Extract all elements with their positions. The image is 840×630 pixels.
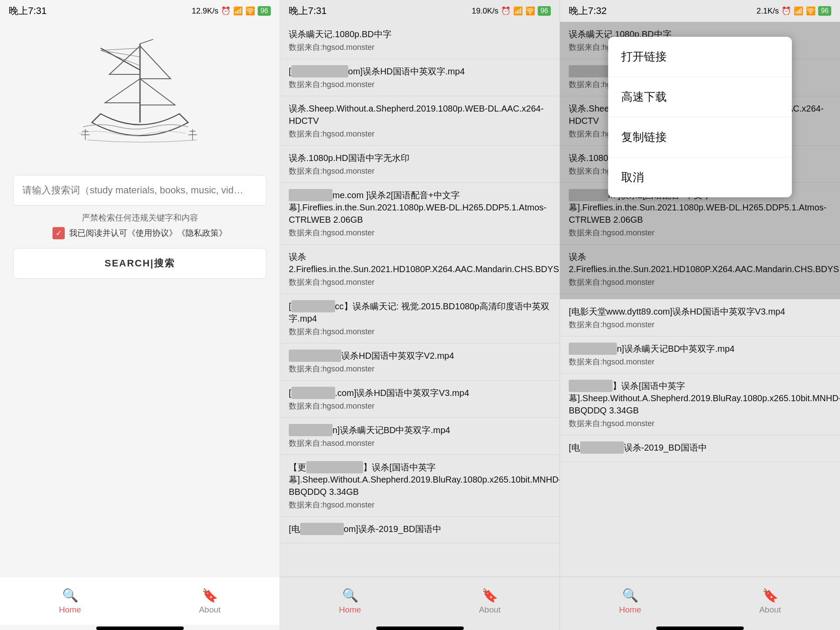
about-label-r: About	[479, 605, 501, 615]
result-source-9: 数据来自:hasod.monster	[289, 438, 551, 448]
result-item-5[interactable]: 误杀2.Fireflies.in.the.Sun.2021.HD1080P.X2…	[280, 245, 560, 294]
context-results-list: 误杀瞒天记.1080p.BD中字 数据来自:hgsod.monster .com…	[560, 22, 840, 299]
home-main: 严禁检索任何违规关键字和内容 ✓ 我已阅读并认可《使用协议》《隐私政策》 SEA…	[0, 22, 280, 577]
result-item-4[interactable]: me.com ]误杀2[国语配音+中文字幕].Fireflies.in.the.…	[280, 183, 560, 245]
search-box[interactable]	[13, 175, 266, 206]
result-source-8: 数据来自:hgsod.monster	[289, 401, 551, 411]
ship-svg	[74, 35, 206, 158]
result-item-3[interactable]: 误杀.1080p.HD国语中字无水印 数据来自:hgsod.monster	[280, 146, 560, 183]
context-panel: 晚上7:32 2.1K/s ⏰ 📶 🛜 96 误杀瞒天记.1080p.BD中字 …	[560, 0, 840, 630]
nav-about-home[interactable]: 🔖 About	[199, 588, 221, 615]
result-source-1: 数据来自:hgsod.monster	[289, 79, 551, 90]
result-title-10: 【更 】误杀[国语中英字幕].Sheep.Without.A.Shepherd.…	[289, 461, 551, 498]
result-item-1[interactable]: [ om]误杀HD国语中英双字.mp4 数据来自:hgsod.monster	[280, 59, 560, 96]
more-result-3[interactable]: [电 误杀-2019_BD国语中	[560, 435, 840, 462]
result-title-11: [电 om]误杀-2019_BD国语中	[289, 523, 551, 535]
time-context: 晚上7:32	[569, 4, 607, 18]
result-source-6: 数据来自:hgsod.monster	[289, 326, 551, 337]
more-title-1: n]误杀瞒天记BD中英双字.mp4	[569, 343, 831, 355]
bottom-nav-results: 🔍 Home 🔖 About	[280, 577, 560, 625]
context-open-link[interactable]: 打开链接	[608, 37, 792, 77]
more-title-0: [电影天堂www.dytt89.com]误杀HD国语中英双字V3.mp4	[569, 305, 831, 318]
result-item-7[interactable]: 误杀HD国语中英双字V2.mp4 数据来自:hgsod.monster	[280, 343, 560, 381]
results-list: 误杀瞒天记.1080p.BD中字 数据来自:hgsod.monster [ om…	[280, 22, 560, 577]
status-bar-home: 晚上7:31 12.9K/s ⏰ 📶 🛜 96	[0, 0, 280, 22]
result-source-7: 数据来自:hgsod.monster	[289, 364, 551, 374]
result-title-0: 误杀瞒天记.1080p.BD中字	[289, 28, 551, 40]
home-indicator-1	[96, 626, 184, 630]
battery-home: 96	[258, 6, 271, 16]
svg-marker-2	[109, 46, 140, 74]
result-item-0[interactable]: 误杀瞒天记.1080p.BD中字 数据来自:hgsod.monster	[280, 22, 560, 59]
more-source-1: 数据来自:hgsod.monster	[569, 357, 831, 367]
result-title-1: [ om]误杀HD国语中英双字.mp4	[289, 65, 551, 77]
result-item-11[interactable]: [电 om]误杀-2019_BD国语中	[280, 517, 560, 543]
battery-results: 96	[538, 6, 551, 16]
nav-about-results[interactable]: 🔖 About	[479, 588, 501, 615]
result-title-9: n]误杀瞒天记BD中英双字.mp4	[289, 424, 551, 436]
nav-about-context[interactable]: 🔖 About	[759, 588, 781, 615]
svg-marker-3	[140, 79, 175, 105]
result-title-6: [ cc】误杀瞒天记: 视觉.2015.BD1080p高清印度语中英双字.mp4	[289, 300, 551, 325]
results-panel: 晚上7:31 19.0K/s ⏰ 📶 🛜 96 误杀瞒天记.1080p.BD中字…	[280, 0, 560, 630]
about-icon: 🔖	[202, 588, 218, 603]
signal-icon-r: 📶	[513, 6, 523, 16]
about-label: About	[199, 605, 221, 615]
svg-line-8	[101, 50, 140, 66]
warning-text: 严禁检索任何违规关键字和内容	[82, 212, 198, 224]
result-title-5: 误杀2.Fireflies.in.the.Sun.2021.HD1080P.X2…	[289, 251, 551, 275]
context-fast-download[interactable]: 高速下载	[608, 77, 792, 117]
home-label-r: Home	[339, 605, 361, 615]
result-source-2: 数据来自:hgsod.monster	[289, 129, 551, 139]
wifi-icon-r: 🛜	[525, 6, 535, 16]
result-item-2[interactable]: 误杀.Sheep.Without.a.Shepherd.2019.1080p.W…	[280, 96, 560, 146]
home-indicator-3	[656, 626, 744, 630]
home-indicator-2	[376, 626, 464, 630]
wifi-icon: 🛜	[245, 6, 255, 16]
time-results: 晚上7:31	[289, 4, 327, 18]
status-icons-context: 2.1K/s ⏰ 📶 🛜 96	[756, 6, 831, 16]
about-icon-c: 🔖	[762, 588, 778, 603]
result-item-8[interactable]: [ .com]误杀HD国语中英双字V3.mp4 数据来自:hgsod.monst…	[280, 381, 560, 418]
svg-line-9	[140, 39, 153, 44]
home-label-c: Home	[619, 605, 641, 615]
home-icon: 🔍	[62, 588, 78, 603]
home-panel: 晚上7:31 12.9K/s ⏰ 📶 🛜 96	[0, 0, 280, 630]
bottom-nav-context: 🔍 Home 🔖 About	[560, 577, 840, 625]
policy-text: 我已阅读并认可《使用协议》《隐私政策》	[69, 228, 227, 239]
policy-row: ✓ 我已阅读并认可《使用协议》《隐私政策》	[52, 227, 227, 239]
result-title-2: 误杀.Sheep.Without.a.Shepherd.2019.1080p.W…	[289, 102, 551, 127]
result-item-10[interactable]: 【更 】误杀[国语中英字幕].Sheep.Without.A.Shepherd.…	[280, 455, 560, 517]
context-cancel[interactable]: 取消	[608, 158, 792, 197]
battery-context: 96	[818, 6, 831, 16]
result-source-3: 数据来自:hgsod.monster	[289, 166, 551, 176]
search-input[interactable]	[22, 185, 257, 196]
time-home: 晚上7:31	[9, 4, 47, 18]
clock-icon: ⏰	[221, 6, 231, 16]
context-menu: 打开链接 高速下载 复制链接 取消	[608, 37, 792, 197]
signal-icon-c: 📶	[794, 6, 803, 16]
result-source-5: 数据来自:hgsod.monster	[289, 277, 551, 287]
more-result-0[interactable]: [电影天堂www.dytt89.com]误杀HD国语中英双字V3.mp4 数据来…	[560, 299, 840, 336]
result-item-6[interactable]: [ cc】误杀瞒天记: 视觉.2015.BD1080p高清印度语中英双字.mp4…	[280, 294, 560, 343]
status-icons-results: 19.0K/s ⏰ 📶 🛜 96	[472, 6, 551, 16]
policy-checkbox[interactable]: ✓	[52, 227, 65, 239]
nav-home-results[interactable]: 🔍 Home	[339, 588, 361, 615]
context-overlay: 打开链接 高速下载 复制链接 取消	[560, 22, 840, 299]
nav-home-home[interactable]: 🔍 Home	[59, 588, 81, 615]
bottom-nav-home: 🔍 Home 🔖 About	[0, 577, 280, 625]
nav-home-context[interactable]: 🔍 Home	[619, 588, 641, 615]
result-title-3: 误杀.1080p.HD国语中字无水印	[289, 152, 551, 164]
result-source-10: 数据来自:hgsod.monster	[289, 500, 551, 510]
signal-icon: 📶	[233, 6, 243, 16]
more-result-1[interactable]: n]误杀瞒天记BD中英双字.mp4 数据来自:hgsod.monster	[560, 336, 840, 374]
context-copy-link[interactable]: 复制链接	[608, 117, 792, 158]
svg-marker-4	[105, 79, 140, 103]
status-bar-context: 晚上7:32 2.1K/s ⏰ 📶 🛜 96	[560, 0, 840, 22]
clock-icon-c: ⏰	[781, 6, 791, 16]
more-result-2[interactable]: 】误杀[国语中英字幕].Sheep.Without.A.Shepherd.201…	[560, 374, 840, 435]
result-item-9[interactable]: n]误杀瞒天记BD中英双字.mp4 数据来自:hasod.monster	[280, 418, 560, 455]
search-button[interactable]: SEARCH|搜索	[13, 248, 266, 279]
svg-marker-1	[140, 46, 171, 79]
about-icon-r: 🔖	[482, 588, 498, 603]
